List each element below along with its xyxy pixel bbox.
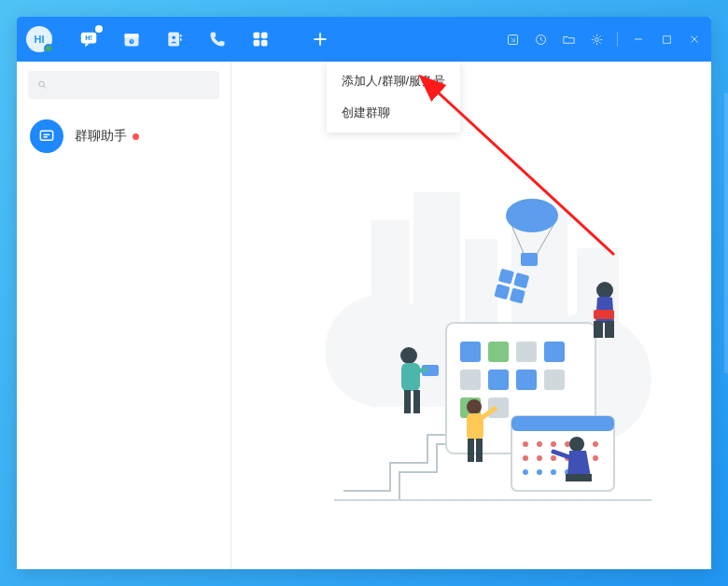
svg-rect-45 — [488, 398, 509, 418]
chat-item-group-assistant[interactable]: 群聊助手 — [17, 108, 231, 164]
call-tab[interactable] — [207, 29, 228, 49]
search-input[interactable] — [53, 78, 210, 92]
svg-rect-40 — [460, 370, 481, 390]
history-icon — [534, 33, 548, 47]
svg-rect-81 — [605, 321, 614, 338]
dropdown-add-contact[interactable]: 添加人/群聊/服务号 — [327, 65, 460, 97]
search-bar[interactable] — [28, 71, 219, 99]
svg-text:H!: H! — [85, 34, 92, 42]
svg-rect-38 — [516, 342, 537, 362]
calendar-tab[interactable] — [121, 29, 142, 49]
svg-rect-85 — [476, 439, 483, 462]
dropdown-create-group[interactable]: 创建群聊 — [327, 97, 460, 129]
svg-rect-24 — [40, 131, 52, 140]
svg-point-61 — [537, 469, 542, 475]
chat-avatar-icon — [30, 119, 63, 153]
add-dropdown: 添加人/群聊/服务号 创建群聊 — [327, 62, 460, 133]
contacts-tab[interactable] — [164, 29, 185, 49]
svg-rect-37 — [488, 342, 509, 362]
svg-rect-9 — [254, 33, 260, 39]
svg-point-87 — [569, 437, 584, 452]
close-icon — [688, 33, 701, 46]
chat-list: 群聊助手 — [17, 108, 231, 569]
svg-rect-79 — [594, 310, 614, 319]
svg-rect-7 — [180, 38, 182, 41]
svg-rect-80 — [594, 321, 603, 338]
apps-tab[interactable] — [250, 29, 271, 49]
history-button[interactable] — [533, 32, 548, 47]
svg-point-78 — [596, 282, 613, 299]
svg-rect-88 — [566, 474, 592, 481]
unread-dot-icon — [133, 133, 139, 140]
svg-rect-3 — [125, 34, 139, 37]
screenshot-button[interactable] — [505, 32, 520, 47]
chat-tab[interactable]: H! — [78, 29, 99, 49]
svg-point-22 — [39, 81, 45, 87]
svg-rect-75 — [413, 390, 420, 413]
separator — [617, 32, 618, 47]
svg-rect-6 — [180, 35, 182, 37]
svg-point-54 — [523, 455, 528, 461]
svg-point-50 — [551, 441, 556, 447]
gear-icon — [590, 33, 604, 47]
settings-button[interactable] — [589, 32, 604, 47]
svg-point-56 — [551, 455, 556, 461]
svg-point-60 — [523, 469, 528, 475]
svg-rect-67 — [521, 253, 538, 266]
svg-point-62 — [551, 469, 556, 475]
folder-button[interactable] — [561, 32, 576, 47]
svg-rect-39 — [544, 342, 565, 362]
search-icon — [37, 78, 48, 91]
svg-point-72 — [400, 347, 417, 364]
body: 群聊助手 — [17, 62, 711, 569]
svg-point-55 — [537, 455, 542, 461]
calendar-icon — [122, 30, 141, 49]
svg-point-82 — [467, 399, 482, 414]
svg-rect-19 — [663, 35, 670, 43]
svg-point-17 — [595, 37, 598, 41]
svg-rect-73 — [401, 363, 420, 391]
svg-line-77 — [416, 370, 426, 371]
svg-point-48 — [523, 441, 528, 447]
minimize-button[interactable] — [631, 32, 646, 47]
window-controls — [505, 32, 702, 47]
nav-tabs: H! — [78, 29, 330, 49]
chat-title: 群聊助手 — [75, 128, 139, 145]
svg-rect-74 — [404, 390, 411, 413]
svg-rect-41 — [488, 370, 509, 390]
svg-rect-43 — [544, 370, 565, 390]
empty-state-illustration — [231, 62, 711, 569]
svg-rect-42 — [516, 370, 537, 390]
chat-title-text: 群聊助手 — [75, 128, 127, 145]
svg-rect-10 — [261, 33, 268, 39]
svg-rect-84 — [468, 439, 474, 462]
minimize-icon — [632, 33, 645, 46]
svg-rect-11 — [254, 40, 260, 47]
folder-icon — [562, 33, 576, 47]
screenshot-icon — [506, 33, 520, 47]
maximize-button[interactable] — [659, 32, 674, 47]
svg-point-59 — [593, 455, 598, 461]
avatar[interactable]: HI — [26, 26, 52, 52]
app-window: HI H! — [17, 17, 711, 569]
svg-point-64 — [506, 199, 558, 232]
maximize-icon — [661, 34, 673, 46]
sidebar: 群聊助手 — [17, 62, 231, 569]
svg-point-49 — [537, 441, 542, 447]
plus-icon — [311, 30, 329, 49]
status-online-icon — [44, 44, 53, 53]
svg-rect-36 — [460, 342, 481, 362]
svg-point-53 — [593, 441, 598, 447]
grid-icon — [251, 30, 270, 49]
close-button[interactable] — [687, 32, 702, 47]
titlebar: HI H! — [17, 17, 711, 62]
svg-point-8 — [172, 36, 175, 40]
unread-badge-icon — [95, 25, 103, 33]
svg-line-23 — [44, 86, 46, 88]
svg-rect-47 — [511, 416, 614, 431]
main-pane — [231, 62, 711, 569]
contacts-icon — [165, 30, 184, 49]
add-button[interactable] — [310, 29, 330, 49]
phone-icon — [208, 30, 227, 49]
chat-icon: H! — [78, 29, 99, 49]
